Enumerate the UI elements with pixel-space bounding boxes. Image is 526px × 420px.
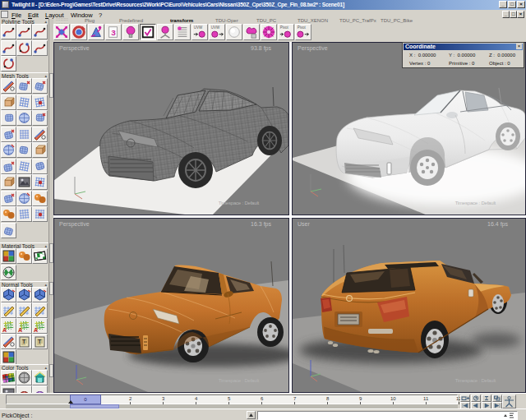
svg-text:A: A <box>18 327 22 333</box>
svg-text:A: A <box>2 327 7 333</box>
svg-text:3: 3 <box>111 28 116 37</box>
svg-text:Pivot: Pivot <box>280 25 289 30</box>
svg-text:UVW: UVW <box>211 25 220 30</box>
svg-text:T: T <box>22 339 26 344</box>
svg-text:Pivot: Pivot <box>298 25 307 30</box>
svg-text:UVW: UVW <box>194 25 203 30</box>
svg-text:T: T <box>38 339 42 344</box>
svg-text:A: A <box>34 327 38 333</box>
